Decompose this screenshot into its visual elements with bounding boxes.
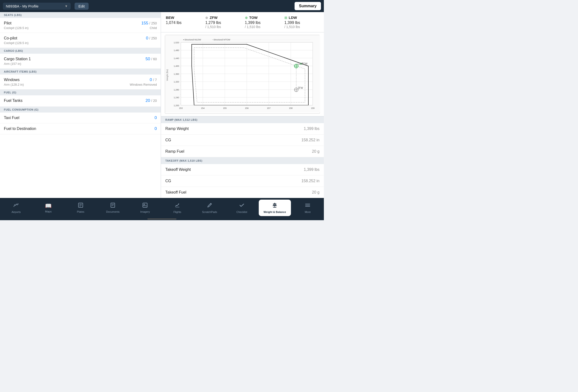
checklist-icon (239, 202, 245, 210)
left-panel: SEATS (LBS) Pilot 155 / 250 Cockpit (128… (0, 12, 161, 198)
aircraft-header: AIRCRAFT ITEMS (LBS) (0, 69, 161, 75)
tab-plates-label: Plates (77, 210, 85, 213)
svg-text:159: 159 (311, 107, 314, 109)
home-indicator (0, 218, 324, 220)
tab-airports[interactable]: Airports (0, 200, 32, 215)
item-name: Fuel Tanks (4, 98, 23, 103)
takeoff-cg-value: 158.252 in (301, 179, 320, 183)
documents-icon (110, 203, 115, 209)
tab-flights[interactable]: Flights (161, 200, 193, 215)
data-row: Ramp Weight 1,399 lbs (161, 123, 324, 134)
ramp-cg-label: CG (165, 138, 171, 142)
fuel-consumption-header: FUEL CONSUMPTION (G) (0, 107, 161, 113)
item-max: / 250 (149, 36, 157, 40)
grid-green-icon: ⊞ (285, 16, 287, 20)
svg-text:1,320: 1,320 (174, 81, 179, 83)
takeoff-section-header: TAKEOFF (MAX 1,510 LBS) (161, 157, 324, 164)
tab-scratchpads-label: ScratchPads (202, 211, 217, 214)
svg-text:1,440: 1,440 (174, 57, 179, 59)
tab-weight-balance[interactable]: Weight & Balance (259, 200, 291, 216)
data-row: Ramp Fuel 20 g (161, 146, 324, 157)
tab-documents[interactable]: Documents (97, 201, 129, 215)
svg-text:1,280: 1,280 (174, 88, 179, 91)
svg-rect-74 (273, 207, 276, 208)
weight-item-tow: ⊕ TOW 1,399 lbs / 1,510 lbs (245, 15, 280, 29)
item-max: / 20 (151, 99, 157, 103)
list-item: Fuel Tanks 20 / 20 (0, 95, 161, 107)
home-bar (147, 218, 176, 219)
data-row: Takeoff Fuel 20 g (161, 187, 324, 198)
data-row: CG 158.252 in (161, 175, 324, 187)
item-arm: Cockpit (128.5 in) (4, 26, 29, 30)
svg-text:TOW: TOW (302, 62, 308, 65)
takeoff-fuel-label: Takeoff Fuel (165, 190, 186, 195)
item-max: / 7 (153, 78, 157, 82)
svg-text:1,200: 1,200 (174, 104, 179, 107)
svg-text:Weight (lbs): Weight (lbs) (166, 69, 168, 81)
crosshair-green-icon: ⊕ (245, 16, 248, 20)
svg-text:157: 157 (267, 107, 271, 109)
item-name: Windows (4, 78, 20, 82)
svg-text:1,520: 1,520 (174, 41, 179, 44)
svg-rect-65 (111, 203, 115, 207)
ramp-weight-label: Ramp Weight (165, 127, 189, 131)
profile-name: N893BA - My Profile (6, 4, 62, 8)
svg-text:155: 155 (223, 107, 227, 109)
maps-icon: 📖 (45, 203, 51, 209)
ramp-weight-value: 1,399 lbs (304, 127, 320, 131)
top-bar: N893BA - My Profile ▼ Edit Summary (0, 0, 324, 12)
item-name: Co-pilot (4, 36, 17, 41)
item-note: Windows Removed (130, 83, 157, 87)
weight-balance-icon (272, 202, 278, 210)
takeoff-fuel-value: 20 g (312, 190, 320, 195)
zfw-max: / 1,510 lbs (205, 25, 240, 29)
weight-summary-row: BEW 1,074 lbs ⊕ ZFW 1,279 lbs / 1,510 lb… (161, 12, 324, 32)
svg-text:153: 153 (179, 107, 183, 109)
weight-balance-chart: LDW ⊞ TOW ZFW Structural (161, 32, 324, 116)
item-arm: Arm (157 in) (4, 62, 21, 66)
chevron-down-icon: ▼ (65, 4, 68, 8)
weight-item-ldw: ⊞ LDW 1,399 lbs / 1,510 lbs (285, 15, 319, 29)
tab-flights-label: Flights (173, 211, 181, 214)
weight-item-zfw: ⊕ ZFW 1,279 lbs / 1,510 lbs (205, 15, 240, 29)
takeoff-weight-label: Takeoff Weight (165, 168, 191, 172)
svg-text:1,400: 1,400 (174, 65, 179, 67)
cargo-header: CARGO (LBS) (0, 48, 161, 54)
tab-checklist[interactable]: Checklist (226, 200, 258, 215)
item-name: Cargo Station 1 (4, 57, 31, 61)
svg-text:Structural MLDW: Structural MLDW (185, 39, 201, 41)
item-note: Child (149, 26, 157, 30)
item-value: 155 (141, 21, 148, 25)
tab-more[interactable]: More (292, 200, 324, 215)
airports-icon (13, 202, 19, 210)
item-name: Taxi Fuel (4, 116, 19, 120)
item-arm: Cockpit (128.5 in) (4, 41, 29, 45)
ldw-value: 1,399 lbs (285, 21, 319, 25)
crosshair-icon: ⊕ (205, 16, 208, 20)
list-item: Co-pilot 0 / 250 Cockpit (128.5 in) (0, 33, 161, 48)
takeoff-cg-label: CG (165, 179, 171, 183)
svg-text:1,480: 1,480 (174, 49, 179, 51)
zfw-label: ZFW (210, 15, 217, 20)
tab-maps[interactable]: 📖 Maps (32, 201, 64, 215)
item-arm: Arm (128.2 in) (4, 83, 24, 87)
scratchpads-icon (207, 202, 212, 210)
tab-scratchpads[interactable]: ScratchPads (193, 200, 226, 215)
tab-bar: Airports 📖 Maps Plates Documents (0, 198, 324, 218)
item-name: Pilot (4, 21, 11, 25)
tab-maps-label: Maps (45, 210, 51, 213)
item-max: / 250 (149, 21, 157, 25)
edit-button[interactable]: Edit (75, 3, 89, 10)
summary-button[interactable]: Summary (294, 2, 321, 10)
item-max: / 60 (151, 57, 157, 61)
ramp-cg-value: 158.252 in (301, 138, 320, 142)
list-item: Windows 0 / 7 Arm (128.2 in) Windows Rem… (0, 75, 161, 89)
data-row: CG 158.252 in (161, 134, 324, 146)
tab-imagery[interactable]: Imagery (129, 201, 161, 215)
profile-selector[interactable]: N893BA - My Profile ▼ (3, 3, 71, 10)
svg-text:156: 156 (245, 107, 248, 109)
svg-text:ZFW: ZFW (298, 87, 303, 89)
tab-plates[interactable]: Plates (64, 201, 96, 215)
svg-text:158: 158 (289, 107, 293, 109)
ldw-label: LDW (289, 15, 297, 20)
